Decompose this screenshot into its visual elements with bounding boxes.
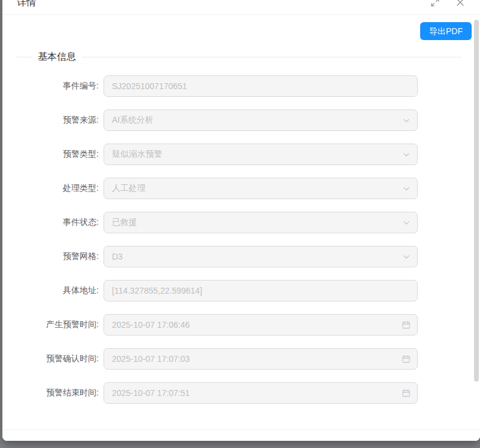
field-value: 2025-10-07 17:06:46 bbox=[112, 320, 190, 330]
date-picker-field[interactable]: 2025-10-07 17:06:46 bbox=[104, 314, 418, 336]
calendar-icon bbox=[402, 355, 411, 364]
chevron-down-icon bbox=[402, 252, 411, 261]
select-field[interactable]: 人工处理 bbox=[104, 178, 418, 199]
modal-body: 导出PDF 基本信息 事件编号: SJ20251007170651 bbox=[2, 15, 480, 429]
chevron-down-icon bbox=[402, 218, 411, 227]
field-value: D3 bbox=[112, 252, 123, 261]
field-value: [114.327855,22.599614] bbox=[112, 286, 202, 295]
field-label: 预警结束时间: bbox=[17, 388, 104, 398]
field-label: 预警确认时间: bbox=[17, 353, 104, 364]
select-field[interactable]: 已救援 bbox=[104, 212, 418, 233]
field-label: 预警类型: bbox=[17, 149, 104, 160]
calendar-icon bbox=[402, 389, 411, 398]
field-value: 疑似溺水预警 bbox=[112, 149, 162, 160]
basic-info-form: 事件编号: SJ20251007170651 预警来源: AI系统分析 bbox=[17, 75, 466, 404]
chevron-down-icon bbox=[402, 184, 411, 193]
field-value: 人工处理 bbox=[112, 183, 145, 194]
text-input-field[interactable]: SJ20251007170651 bbox=[104, 75, 418, 97]
date-picker-field[interactable]: 2025-10-07 17:07:51 bbox=[104, 382, 418, 404]
field-value: 已救援 bbox=[112, 217, 137, 228]
field-value: 2025-10-07 17:07:03 bbox=[112, 354, 190, 364]
form-row: 处理类型: 人工处理 bbox=[17, 178, 466, 199]
chevron-down-icon bbox=[402, 116, 411, 125]
divider-line bbox=[17, 57, 32, 57]
form-row: 预警网格: D3 bbox=[17, 246, 466, 267]
form-row: 事件状态: 已救援 bbox=[17, 212, 466, 233]
form-row: 具体地址: [114.327855,22.599614] bbox=[17, 280, 466, 301]
select-field[interactable]: AI系统分析 bbox=[104, 109, 418, 131]
field-label: 处理类型: bbox=[17, 183, 104, 194]
chevron-down-icon bbox=[402, 150, 411, 159]
section-title: 基本信息 bbox=[32, 51, 81, 63]
date-picker-field[interactable]: 2025-10-07 17:07:03 bbox=[104, 348, 418, 370]
field-label: 预警网格: bbox=[17, 251, 104, 262]
field-label: 事件状态: bbox=[17, 217, 104, 228]
field-label: 预警来源: bbox=[17, 115, 104, 126]
divider-line bbox=[81, 57, 462, 57]
scrollbar-thumb[interactable] bbox=[474, 20, 479, 382]
export-pdf-button[interactable]: 导出PDF bbox=[420, 22, 472, 40]
close-icon[interactable] bbox=[455, 0, 466, 8]
form-row: 预警类型: 疑似溺水预警 bbox=[17, 144, 466, 165]
field-value: SJ20251007170651 bbox=[112, 81, 187, 91]
detail-modal: 详情 导出PDF 基本信息 bbox=[2, 0, 480, 441]
header-icons bbox=[430, 0, 466, 8]
select-field[interactable]: 疑似溺水预警 bbox=[104, 144, 418, 165]
field-label: 产生预警时间: bbox=[17, 319, 104, 330]
field-label: 事件编号: bbox=[17, 81, 104, 92]
select-field[interactable]: D3 bbox=[104, 246, 418, 267]
fullscreen-icon[interactable] bbox=[430, 0, 440, 8]
form-row: 事件编号: SJ20251007170651 bbox=[17, 75, 466, 97]
form-row: 预警结束时间: 2025-10-07 17:07:51 bbox=[17, 382, 466, 404]
section-divider: 基本信息 bbox=[17, 50, 462, 63]
field-label: 具体地址: bbox=[17, 285, 104, 296]
modal-backdrop: 详情 导出PDF 基本信息 bbox=[0, 0, 480, 448]
field-value: AI系统分析 bbox=[112, 115, 153, 126]
calendar-icon bbox=[402, 321, 411, 330]
field-value: 2025-10-07 17:07:51 bbox=[112, 388, 190, 398]
form-row: 预警来源: AI系统分析 bbox=[17, 109, 466, 131]
form-row: 产生预警时间: 2025-10-07 17:06:46 bbox=[17, 314, 466, 336]
text-input-field[interactable]: [114.327855,22.599614] bbox=[104, 280, 418, 301]
modal-title: 详情 bbox=[17, 0, 36, 8]
form-row: 预警确认时间: 2025-10-07 17:07:03 bbox=[17, 348, 466, 370]
modal-footer bbox=[2, 429, 480, 441]
modal-header: 详情 bbox=[2, 0, 480, 15]
